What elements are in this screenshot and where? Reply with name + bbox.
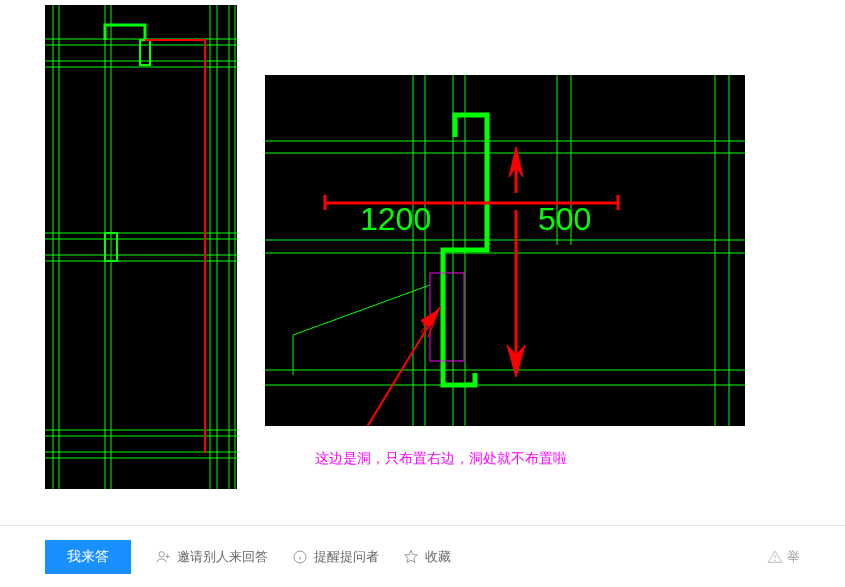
info-circle-icon xyxy=(292,549,308,565)
person-plus-icon xyxy=(155,549,171,565)
remind-button[interactable]: 提醒提问者 xyxy=(292,548,379,566)
cad-drawing-small[interactable] xyxy=(45,5,237,489)
action-bar: 我来答 邀请别人来回答 提醒提问者 收藏 举 xyxy=(0,525,845,587)
svg-rect-0 xyxy=(45,5,237,489)
favorite-button[interactable]: 收藏 xyxy=(403,548,451,566)
remind-label: 提醒提问者 xyxy=(314,548,379,566)
answer-button[interactable]: 我来答 xyxy=(45,540,131,574)
invite-button[interactable]: 邀请别人来回答 xyxy=(155,548,268,566)
report-button[interactable]: 举 xyxy=(767,548,800,566)
star-icon xyxy=(403,549,419,565)
annotation-label: 这边是洞，只布置右边，洞处就不布置啦 xyxy=(315,450,567,468)
dimension-left: 1200 xyxy=(360,201,431,237)
content-area: 1200 500 这边是洞，只布置右边，洞处就不布置啦 xyxy=(0,0,845,525)
svg-rect-23 xyxy=(265,75,745,426)
favorite-label: 收藏 xyxy=(425,548,451,566)
dimension-right: 500 xyxy=(538,201,591,237)
svg-point-47 xyxy=(159,551,164,556)
invite-label: 邀请别人来回答 xyxy=(177,548,268,566)
report-label: 举 xyxy=(787,548,800,566)
svg-point-54 xyxy=(775,559,776,560)
warning-icon xyxy=(767,549,783,565)
cad-drawing-large[interactable]: 1200 500 xyxy=(265,75,745,426)
